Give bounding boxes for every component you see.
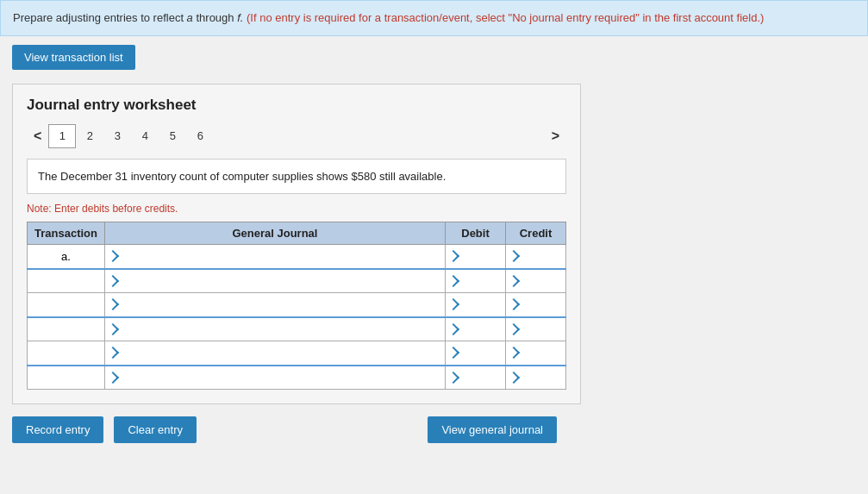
- col-debit: Debit: [446, 222, 506, 245]
- table-row: [28, 269, 566, 293]
- transaction-cell: [28, 317, 105, 341]
- nav-row: < 1 2 3 4 5 6 >: [27, 124, 566, 148]
- transaction-cell: [28, 269, 105, 293]
- credit-cell[interactable]: [506, 269, 566, 293]
- transaction-cell: a.: [28, 245, 105, 269]
- debit-cell[interactable]: [446, 341, 506, 366]
- table-row: [28, 366, 566, 390]
- credit-cell[interactable]: [506, 366, 566, 390]
- debit-cell[interactable]: [446, 293, 506, 317]
- credit-cell[interactable]: [506, 293, 566, 317]
- view-general-journal-button[interactable]: View general journal: [428, 416, 557, 443]
- gj-cell[interactable]: [104, 245, 445, 269]
- gj-cell[interactable]: [104, 269, 445, 293]
- gj-cell[interactable]: [104, 366, 445, 390]
- debit-cell[interactable]: [446, 245, 506, 269]
- note-text: Note: Enter debits before credits.: [27, 203, 566, 215]
- worksheet-title: Journal entry worksheet: [27, 97, 566, 114]
- table-row: a.: [28, 245, 566, 269]
- record-entry-button[interactable]: Record entry: [12, 416, 103, 443]
- col-credit: Credit: [506, 222, 566, 245]
- transaction-cell: [28, 341, 105, 366]
- debit-cell[interactable]: [446, 317, 506, 341]
- gj-cell[interactable]: [104, 293, 445, 317]
- credit-cell[interactable]: [506, 341, 566, 366]
- table-row: [28, 293, 566, 317]
- tab-3[interactable]: 3: [103, 124, 131, 148]
- bottom-buttons: Record entry Clear entry View general jo…: [0, 416, 569, 443]
- gj-cell[interactable]: [104, 341, 445, 366]
- journal-table: Transaction General Journal Debit Credit…: [27, 222, 566, 390]
- credit-cell[interactable]: [506, 245, 566, 269]
- next-arrow[interactable]: >: [545, 125, 566, 147]
- table-row: [28, 317, 566, 341]
- instruction-banner: Prepare adjusting entries to reflect a t…: [0, 0, 868, 36]
- col-general-journal: General Journal: [104, 222, 445, 245]
- gj-cell[interactable]: [104, 317, 445, 341]
- prev-arrow[interactable]: <: [27, 125, 48, 147]
- debit-cell[interactable]: [446, 269, 506, 293]
- tab-4[interactable]: 4: [131, 124, 159, 148]
- tab-2[interactable]: 2: [76, 124, 103, 148]
- description-box: The December 31 inventory count of compu…: [27, 159, 566, 195]
- debit-cell[interactable]: [446, 366, 506, 390]
- col-transaction: Transaction: [28, 222, 105, 245]
- transaction-cell: [28, 293, 105, 317]
- transaction-cell: [28, 366, 105, 390]
- clear-entry-button[interactable]: Clear entry: [114, 416, 197, 443]
- worksheet-container: Journal entry worksheet < 1 2 3 4 5 6 > …: [12, 84, 581, 405]
- tab-5[interactable]: 5: [159, 124, 186, 148]
- view-transaction-button[interactable]: View transaction list: [12, 45, 135, 70]
- tab-numbers: 1 2 3 4 5 6: [48, 124, 214, 148]
- tab-1[interactable]: 1: [48, 124, 76, 148]
- credit-cell[interactable]: [506, 317, 566, 341]
- tab-6[interactable]: 6: [186, 124, 214, 148]
- table-row: [28, 341, 566, 366]
